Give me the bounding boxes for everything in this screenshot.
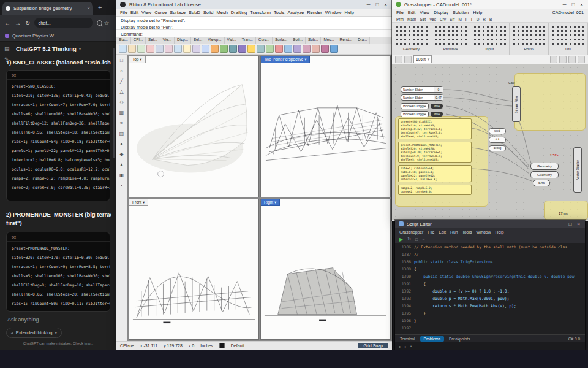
menu-item[interactable]: File (428, 230, 434, 234)
toolbar-tab[interactable]: Sel... (191, 37, 205, 44)
mini-component[interactable]: tick (489, 137, 506, 143)
menu-item[interactable]: Render (307, 10, 322, 15)
menu-item[interactable]: Help (345, 10, 354, 15)
toolbar-tab[interactable]: Dra... (355, 37, 370, 44)
number-slider[interactable]: Number Slider 0.47 (401, 94, 443, 101)
toolbar-button[interactable] (229, 45, 237, 53)
menu-item[interactable]: Mesh (216, 10, 227, 15)
close-icon[interactable]: × (580, 2, 583, 7)
sidebar-toggle-icon[interactable]: ▤ (4, 45, 10, 52)
component-tab[interactable]: M (458, 17, 461, 21)
tool-icon[interactable]: △ (119, 90, 123, 94)
maximize-icon[interactable]: □ (571, 2, 575, 7)
toolbar-button[interactable] (211, 45, 219, 53)
geometry-component[interactable]: Geometry (530, 171, 559, 178)
refresh-icon[interactable]: ↻ (25, 20, 30, 26)
tab-terminal[interactable]: Terminal (400, 337, 415, 341)
browser-tab[interactable]: Suspension bridge geometry × (2, 2, 93, 15)
canvas-tool-icon[interactable] (568, 56, 576, 63)
toolbar-tab[interactable]: Mes... (321, 37, 337, 44)
document-selector[interactable]: CADmodel_001 (552, 10, 584, 15)
close-icon[interactable]: × (577, 221, 580, 227)
status-field[interactable]: Inches (200, 343, 213, 348)
canvas-tool-icon[interactable] (559, 56, 567, 63)
toolbar-tab[interactable]: Vie... (160, 37, 175, 44)
toolbar-button[interactable] (137, 45, 145, 53)
toolbar-tab[interactable]: Soli... (290, 37, 306, 44)
viewport-title-tab[interactable]: Two Point Perspective ▾ (261, 56, 310, 63)
menu-item[interactable]: Transform (250, 10, 271, 15)
menu-item[interactable]: SubD (189, 10, 200, 15)
boolean-toggle[interactable]: Boolean Toggle True (401, 103, 443, 109)
maximize-icon[interactable]: □ (375, 2, 379, 7)
toolbar-button[interactable] (266, 45, 274, 53)
editor-tool-icon[interactable]: ↻ (407, 237, 411, 242)
menu-item[interactable]: Edit (130, 10, 138, 15)
maximize-icon[interactable]: □ (568, 221, 571, 227)
menu-item[interactable]: Tools (274, 10, 285, 15)
toolbar-button[interactable] (174, 45, 182, 53)
menu-item[interactable]: Edit (439, 230, 446, 234)
gh-panel[interactable]: preset=SNO_CLASSIC;sitel=210; siteW=135;… (398, 118, 472, 139)
status-field[interactable]: z 0 (189, 343, 194, 348)
code-block-2[interactable]: txt preset=PROMENADE_MONSTER;sitel=320; … (6, 232, 110, 312)
viewport-right[interactable]: Right ▾ (260, 199, 391, 340)
component-tab[interactable]: B (489, 17, 492, 21)
toolbar-button[interactable] (156, 45, 164, 53)
back-icon[interactable]: ← (4, 20, 10, 26)
menu-item[interactable]: Grasshopper (399, 230, 423, 234)
toolbar-button[interactable] (303, 45, 311, 53)
component-tab[interactable]: Prm (396, 17, 404, 21)
tool-icon[interactable]: □ (120, 58, 123, 63)
tool-icon[interactable]: ╱ (120, 79, 123, 84)
menu-item[interactable]: Edit (408, 10, 416, 15)
component-tab[interactable]: T (470, 17, 473, 21)
tool-icon[interactable]: ▣ (119, 173, 124, 178)
component-tab[interactable]: Srf (450, 17, 454, 21)
run-button[interactable]: ▶ (399, 237, 403, 242)
status-field[interactable]: CPlane (120, 343, 134, 348)
address-bar[interactable]: chat... (34, 18, 93, 28)
toolbar-tab[interactable]: Visi... (225, 37, 239, 44)
tool-icon[interactable]: × (120, 183, 123, 188)
ask-input[interactable]: Ask anything (7, 316, 39, 323)
status-icon[interactable]: ▸ (405, 344, 407, 348)
tool-icon[interactable]: ◇ (119, 100, 123, 105)
editor-tool-icon[interactable]: □ (415, 237, 418, 242)
menu-item[interactable]: Curve (154, 10, 167, 15)
menu-item[interactable]: Window (476, 230, 491, 234)
minimize-icon[interactable]: ─ (367, 2, 371, 7)
component-tab[interactable]: R (483, 17, 486, 21)
menu-item[interactable]: View (141, 10, 151, 15)
scrollbar[interactable] (113, 48, 115, 158)
menu-item[interactable]: Help (496, 230, 504, 234)
menu-item[interactable]: Help (473, 10, 482, 15)
toolbar-tab[interactable]: CPl... (131, 37, 146, 44)
toolbar-button[interactable] (321, 45, 329, 53)
stream-filter-component[interactable]: Stream Filter (512, 86, 521, 122)
status-icon[interactable]: • (410, 344, 412, 348)
menu-item[interactable]: Analyze (288, 10, 304, 15)
viewport-top[interactable]: Top ▾ (129, 56, 259, 197)
code-editor[interactable]: 1386 // Extension method needed by the s… (395, 243, 585, 334)
toolbar-button[interactable] (220, 45, 228, 53)
editor-tool-icon[interactable]: ≡ (422, 237, 424, 242)
minimize-icon[interactable]: ─ (560, 221, 564, 227)
toolbar-button[interactable] (202, 45, 209, 53)
toolbar-button[interactable] (330, 45, 338, 53)
boolean-toggle[interactable]: Boolean Toggle True (401, 111, 443, 117)
tool-icon[interactable]: ▲ (119, 163, 124, 167)
toolbar-button[interactable] (183, 45, 191, 53)
tool-icon[interactable]: ◆ (119, 152, 123, 157)
status-field[interactable]: y 129.728 (164, 343, 183, 348)
toolbar-button[interactable] (238, 45, 246, 53)
toolbar-button[interactable] (247, 45, 255, 53)
viewport-front[interactable]: Front ▾ (129, 199, 259, 340)
toolbar-button[interactable] (119, 45, 127, 53)
geometry-component[interactable]: Geometry (530, 163, 559, 170)
status-field[interactable]: x -31.111 (140, 343, 157, 348)
toolbar-tab[interactable]: Set... (146, 37, 160, 44)
gh-panel[interactable]: ribs=1; ribCount=54;ribO=0.18; panels=1;… (398, 165, 472, 182)
menu-item[interactable]: Solution (453, 10, 469, 15)
component-tab[interactable]: Crv (440, 17, 446, 21)
